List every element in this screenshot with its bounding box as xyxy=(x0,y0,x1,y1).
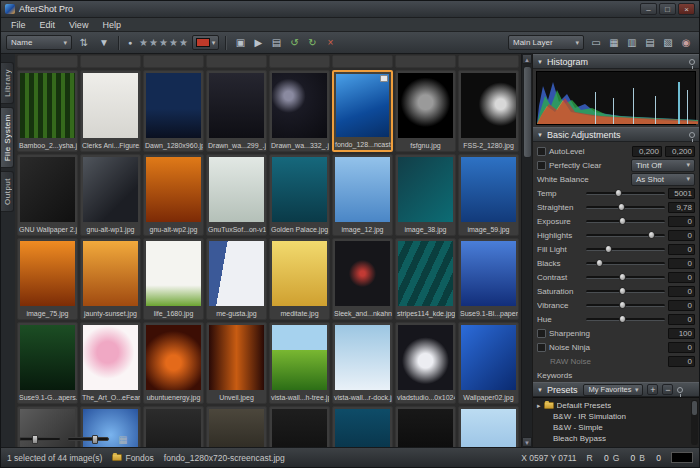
thumbnail-cell[interactable]: image_38.jpg xyxy=(395,154,456,236)
slider-handle[interactable] xyxy=(648,231,655,239)
thumbnail-cell[interactable] xyxy=(395,55,456,68)
thumbnail-cell[interactable]: Dawn_1280x960.jpg xyxy=(143,70,204,152)
noise-ninja-checkbox[interactable] xyxy=(537,343,546,352)
minimize-button[interactable]: – xyxy=(640,3,657,15)
thumbnail-cell[interactable]: Drawn_wa...332_.jpg xyxy=(269,70,330,152)
thumbnail-size-slider[interactable] xyxy=(19,437,61,441)
slider-handle[interactable] xyxy=(619,287,626,295)
slider-handle[interactable] xyxy=(619,315,626,323)
thumbnail-cell[interactable]: stripes114_kde.jpg xyxy=(395,238,456,320)
menu-view[interactable]: View xyxy=(62,20,95,30)
expand-icon[interactable]: ▸ xyxy=(537,402,541,410)
thumbnail-image[interactable] xyxy=(335,325,390,390)
thumbnail-cell[interactable]: Unveil.jpeg xyxy=(206,322,267,404)
thumbnail-cell[interactable]: Wallpaper02.jpg xyxy=(458,322,519,404)
thumbnail-cell[interactable] xyxy=(143,55,204,68)
sort-direction-icon[interactable]: ⇅ xyxy=(76,37,92,48)
menu-edit[interactable]: Edit xyxy=(33,20,63,30)
saturation-slider[interactable] xyxy=(586,290,665,293)
remove-photo-icon[interactable]: × xyxy=(322,37,338,48)
thumbnail-cell[interactable]: vista-wall...h-tree.jpg xyxy=(269,322,330,404)
thumbnail-cell[interactable] xyxy=(332,55,393,68)
close-button[interactable]: × xyxy=(678,3,695,15)
thumbnail-image[interactable] xyxy=(209,409,264,447)
side-tab-library[interactable]: Library xyxy=(1,62,14,104)
add-preset-button[interactable]: + xyxy=(647,384,658,395)
thumbnail-image[interactable] xyxy=(461,325,516,390)
current-folder[interactable]: Fondos xyxy=(112,453,153,463)
thumbnail-image[interactable] xyxy=(398,409,453,447)
straighten-slider[interactable] xyxy=(586,206,665,209)
thumbnail-image[interactable] xyxy=(209,241,264,306)
thumbnail-cell[interactable]: Suse9.1-G...apers.jpg xyxy=(17,322,78,404)
thumbnail-cell[interactable] xyxy=(458,406,519,447)
exposure-slider[interactable] xyxy=(586,220,665,223)
autolevel-high-value[interactable]: 0,200 xyxy=(665,146,695,157)
contrast-slider[interactable] xyxy=(586,276,665,279)
basic-adjustments-header[interactable]: ▼ Basic Adjustments xyxy=(533,127,699,142)
thumbnail-image[interactable] xyxy=(336,74,389,137)
star-icon[interactable]: ★ xyxy=(139,37,148,48)
preview-pane-icon[interactable]: ▤ xyxy=(268,37,284,48)
side-tab-file-system[interactable]: File System xyxy=(1,107,14,168)
vibrance-slider[interactable] xyxy=(586,304,665,307)
thumbnail-image[interactable] xyxy=(272,73,327,138)
slider-handle[interactable] xyxy=(618,203,625,211)
temp-slider[interactable] xyxy=(586,192,665,195)
magnifier-icon[interactable]: ◉ xyxy=(678,37,694,48)
blacks-slider[interactable] xyxy=(586,262,665,265)
thumbnail-image[interactable] xyxy=(272,157,327,222)
slider-handle[interactable] xyxy=(619,217,626,225)
slider-handle[interactable] xyxy=(605,245,612,253)
scrollbar-thumb[interactable] xyxy=(692,401,697,415)
thumbnail-image[interactable] xyxy=(146,409,201,447)
thumbnail-image[interactable] xyxy=(146,325,201,390)
thumbnail-cell[interactable]: GnuTuxSof...on-v1.jpg xyxy=(206,154,267,236)
thumbnail-image[interactable] xyxy=(461,409,516,447)
thumbnail-image[interactable] xyxy=(398,73,453,138)
thumbnail-zoom-slider[interactable] xyxy=(67,437,109,441)
thumbnail-image[interactable] xyxy=(83,73,138,138)
thumbnail-image[interactable] xyxy=(272,325,327,390)
dual-display-icon[interactable]: ▭ xyxy=(588,37,604,48)
slideshow-icon[interactable]: ▶ xyxy=(250,37,266,48)
fill-light-slider[interactable] xyxy=(586,248,665,251)
thumbnail-cell[interactable]: image_75.jpg xyxy=(17,238,78,320)
grid-view-icon[interactable]: ▦ xyxy=(115,434,131,445)
collapse-icon[interactable]: ▼ xyxy=(537,59,543,65)
thumbnail-image[interactable] xyxy=(398,157,453,222)
thumbnail-cell[interactable] xyxy=(17,55,78,68)
filter-icon[interactable]: ▼ xyxy=(96,37,112,48)
thumbnail-cell[interactable]: Suse9.1-Bl...papers.jpg xyxy=(458,238,519,320)
menu-file[interactable]: File xyxy=(4,20,33,30)
thumbnail-image[interactable] xyxy=(335,409,390,447)
rotate-right-icon[interactable]: ↻ xyxy=(304,37,320,48)
preset-folder[interactable]: ▸Default Presets xyxy=(533,400,699,411)
autolevel-low-value[interactable]: 0,200 xyxy=(632,146,662,157)
thumbnail-cell[interactable]: image_59.jpg xyxy=(458,154,519,236)
slider-value[interactable]: 0 xyxy=(668,258,695,269)
scroll-up-icon[interactable]: ▲ xyxy=(522,54,532,64)
thumbnail-image[interactable] xyxy=(398,241,453,306)
scroll-down-icon[interactable]: ▼ xyxy=(522,437,532,447)
star-icon[interactable]: ★ xyxy=(149,37,158,48)
thumbnail-image[interactable] xyxy=(20,157,75,222)
thumbnail-image[interactable] xyxy=(83,157,138,222)
thumbnail-image[interactable] xyxy=(83,241,138,306)
thumbnail-cell[interactable]: image_12.jpg xyxy=(332,154,393,236)
preset-item[interactable]: B&W - IR Simulation xyxy=(533,411,699,422)
thumbnail-cell[interactable]: Golden Palace.jpg xyxy=(269,154,330,236)
slider-handle[interactable] xyxy=(92,435,98,444)
presets-scrollbar[interactable] xyxy=(691,400,698,445)
thumbnail-image[interactable] xyxy=(209,157,264,222)
thumbnail-cell[interactable]: Sleek_and...nkahn.jpg xyxy=(332,238,393,320)
thumbnail-cell[interactable]: ubuntuenergy.jpg xyxy=(143,322,204,404)
slider-value[interactable]: 0 xyxy=(668,300,695,311)
thumbnail-image[interactable] xyxy=(335,157,390,222)
thumbnail-image[interactable] xyxy=(146,241,201,306)
thumbnail-cell[interactable] xyxy=(395,406,456,447)
collapse-icon[interactable]: ▼ xyxy=(537,387,543,393)
autolevel-checkbox[interactable] xyxy=(537,147,546,156)
color-label-dropdown[interactable]: ▾ xyxy=(192,35,220,50)
thumbnail-cell[interactable] xyxy=(206,55,267,68)
